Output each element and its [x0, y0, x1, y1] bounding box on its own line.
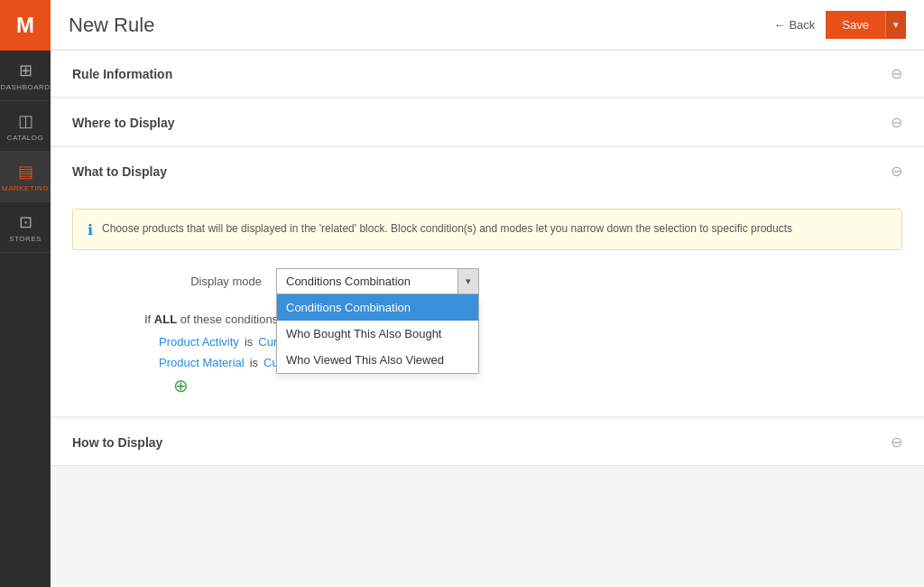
marketing-icon: ▤: [18, 162, 33, 182]
what-to-display-content: ℹ Choose products that will be displayed…: [51, 194, 924, 416]
info-banner: ℹ Choose products that will be displayed…: [72, 209, 902, 250]
header-actions: ← Back Save ▾: [773, 11, 906, 39]
section-title-rule-information: Rule Information: [72, 67, 172, 81]
sidebar-item-catalog[interactable]: ◫ CATALOG: [0, 101, 51, 152]
condition-2-operator: is: [250, 356, 258, 369]
condition-1-attribute[interactable]: Product Activity: [159, 335, 239, 349]
page-title: New Rule: [69, 14, 154, 37]
condition-2-attribute[interactable]: Product Material: [159, 356, 245, 369]
sidebar-label-catalog: CATALOG: [7, 134, 44, 142]
sidebar-item-marketing[interactable]: ▤ MARKETING: [0, 152, 51, 202]
display-mode-dropdown-arrow[interactable]: ▾: [457, 269, 478, 294]
section-what-to-display: What to Display ⊖ ℹ Choose products that…: [51, 148, 924, 417]
section-title-what-to-display: What to Display: [72, 164, 167, 179]
display-mode-label: Display mode: [162, 275, 262, 288]
stores-icon: ⊡: [19, 212, 32, 232]
save-button[interactable]: Save: [826, 11, 885, 39]
section-rule-information: Rule Information ⊖: [51, 51, 924, 98]
info-icon: ℹ: [88, 221, 93, 238]
section-header-how-to-display[interactable]: How to Display ⊖: [51, 419, 924, 465]
section-toggle-what-to-display: ⊖: [891, 163, 902, 180]
conditions-all-link[interactable]: ALL: [154, 312, 177, 326]
save-dropdown-button[interactable]: ▾: [885, 11, 906, 39]
condition-row-1: Product Activity is Current Product Acti…: [144, 335, 902, 349]
dashboard-icon: ⊞: [19, 61, 32, 80]
sidebar-item-dashboard[interactable]: ⊞ DASHBOARD: [0, 51, 51, 101]
dropdown-option-who-viewed[interactable]: Who Viewed This Also Viewed: [277, 347, 478, 373]
section-title-where-to-display: Where to Display: [72, 116, 175, 130]
back-label: Back: [789, 18, 815, 32]
add-condition-button[interactable]: ⊕: [173, 377, 189, 395]
sidebar-label-dashboard: DASHBOARD: [0, 83, 50, 91]
display-mode-value: Conditions Combination: [277, 269, 457, 294]
sidebar-item-stores[interactable]: ⊡ STORES: [0, 202, 51, 253]
catalog-icon: ◫: [18, 111, 33, 131]
logo: M: [0, 0, 51, 51]
page-header: New Rule ← Back Save ▾: [51, 0, 924, 51]
back-button[interactable]: ← Back: [773, 18, 815, 32]
section-header-where-to-display[interactable]: Where to Display ⊖: [51, 99, 924, 145]
section-title-how-to-display: How to Display: [72, 435, 162, 450]
page-content: Rule Information ⊖ Where to Display ⊖ Wh…: [51, 51, 924, 587]
conditions-header-label: If ALL of these conditions are TRUE :: [144, 312, 902, 326]
display-mode-select[interactable]: Conditions Combination ▾: [276, 268, 479, 294]
sidebar-label-stores: STORES: [9, 235, 42, 243]
section-toggle-where-to-display: ⊖: [891, 114, 902, 131]
section-toggle-rule-information: ⊖: [891, 65, 902, 82]
section-how-to-display: How to Display ⊖: [51, 419, 924, 466]
display-mode-dropdown-menu: Conditions Combination Who Bought This A…: [276, 294, 479, 374]
condition-row-2: Product Material is Current Product Mate…: [144, 356, 902, 369]
display-mode-select-wrapper: Conditions Combination ▾ Conditions Comb…: [276, 268, 479, 294]
section-where-to-display: Where to Display ⊖: [51, 99, 924, 146]
sidebar: M ⊞ DASHBOARD ◫ CATALOG ▤ MARKETING ⊡ ST…: [0, 0, 51, 587]
back-arrow-icon: ←: [773, 18, 785, 32]
dropdown-option-conditions-combination[interactable]: Conditions Combination: [277, 294, 478, 321]
display-mode-row: Display mode Conditions Combination ▾ Co…: [72, 268, 902, 294]
condition-1-operator: is: [245, 335, 253, 349]
sidebar-label-marketing: MARKETING: [2, 184, 49, 192]
conditions-area: If ALL of these conditions are TRUE : Pr…: [72, 312, 902, 395]
info-text: Choose products that will be displayed i…: [102, 220, 792, 237]
main-content: New Rule ← Back Save ▾ Rule Information …: [51, 0, 924, 587]
save-button-group: Save ▾: [826, 11, 906, 39]
conditions-if-text: If: [144, 312, 154, 326]
section-header-what-to-display[interactable]: What to Display ⊖: [51, 148, 924, 194]
dropdown-option-who-bought[interactable]: Who Bought This Also Bought: [277, 321, 478, 347]
add-condition-row: ⊕: [159, 377, 902, 395]
section-toggle-how-to-display: ⊖: [891, 433, 902, 451]
section-header-rule-information[interactable]: Rule Information ⊖: [51, 51, 924, 97]
